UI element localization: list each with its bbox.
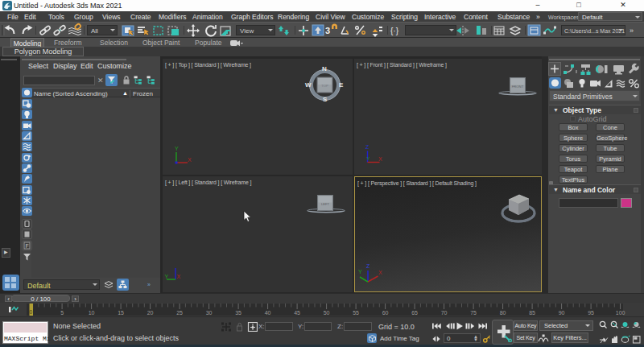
- svg-text:45: 45: [294, 310, 300, 316]
- svg-text:X: X: [177, 274, 181, 279]
- svg-text:3: 3: [325, 26, 330, 35]
- svg-text:X: X: [378, 270, 382, 275]
- svg-text:25: 25: [176, 310, 183, 316]
- svg-text:Y: Y: [175, 146, 179, 151]
- svg-text:TOP: TOP: [321, 84, 328, 88]
- svg-text:35: 35: [235, 310, 242, 316]
- svg-text:Y: Y: [165, 274, 169, 279]
- svg-text:X: X: [188, 157, 192, 163]
- svg-text:70: 70: [441, 310, 448, 316]
- svg-text:30: 30: [206, 310, 213, 316]
- svg-text:»: »: [630, 27, 634, 35]
- svg-text:LEFT: LEFT: [321, 202, 330, 206]
- svg-text:100: 100: [616, 310, 625, 316]
- svg-text:0: 0: [30, 309, 33, 315]
- svg-text:Z: Z: [365, 144, 369, 150]
- svg-text:10: 10: [89, 310, 95, 316]
- svg-text:50: 50: [324, 310, 330, 316]
- svg-text:{·}: {·}: [390, 27, 399, 35]
- svg-text:40: 40: [265, 310, 271, 316]
- svg-text:60: 60: [382, 310, 389, 316]
- svg-text:65: 65: [411, 310, 418, 316]
- svg-text:90: 90: [559, 310, 565, 316]
- svg-text:20: 20: [147, 310, 154, 316]
- svg-text:X: X: [378, 156, 382, 162]
- svg-text:55: 55: [353, 310, 359, 316]
- svg-text:Z: Z: [366, 263, 370, 269]
- svg-text:75: 75: [470, 310, 477, 316]
- svg-text:FRONT: FRONT: [512, 85, 524, 89]
- svg-text:80: 80: [500, 310, 506, 316]
- svg-text:Y: Y: [358, 269, 362, 275]
- svg-text:85: 85: [529, 310, 535, 316]
- svg-text:5: 5: [60, 310, 64, 316]
- svg-text:95: 95: [588, 310, 594, 316]
- svg-text:F: F: [26, 243, 29, 249]
- svg-text:15: 15: [118, 310, 124, 316]
- svg-text:Y: Y: [366, 156, 369, 161]
